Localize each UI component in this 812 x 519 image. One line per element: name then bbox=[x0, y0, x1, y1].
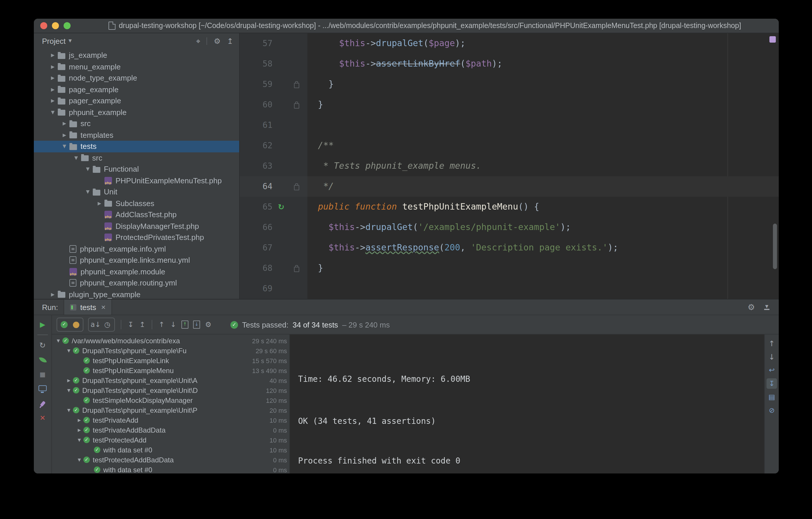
chevron-right-icon[interactable]: ▶ bbox=[75, 428, 83, 432]
test-tree-item[interactable]: ✓with data set #010 ms bbox=[52, 445, 289, 455]
locate-file-icon[interactable]: ⌖ bbox=[196, 37, 200, 45]
titlebar[interactable]: drupal-testing-workshop [~/Code/os/drupa… bbox=[34, 19, 779, 33]
next-occurrence-button[interactable]: ↓ bbox=[167, 319, 179, 330]
test-tree-item[interactable]: ▼✓/var/www/web/modules/contrib/exa29 s 2… bbox=[52, 336, 289, 346]
chevron-down-icon[interactable]: ▼ bbox=[65, 388, 73, 392]
console-output[interactable]: Time: 46.62 seconds, Memory: 6.00MBOK (3… bbox=[290, 334, 764, 473]
test-tree-item[interactable]: ✓testPhpUnitExampleMenu13 s 490 ms bbox=[52, 365, 289, 375]
chevron-right-icon[interactable]: ▶ bbox=[48, 76, 58, 81]
scroll-down-icon[interactable]: ↓ bbox=[766, 351, 777, 362]
code-line[interactable]: 67 $this->assertResponse(200, 'Descripti… bbox=[240, 238, 779, 258]
editor[interactable]: 57 $this->drupalGet($page);58 $this->ass… bbox=[240, 33, 779, 299]
hide-panel-icon[interactable]: ▼ bbox=[764, 304, 770, 310]
project-tree-item[interactable]: ▼Unit bbox=[34, 186, 239, 198]
test-tree-item[interactable]: ▼✓Drupal\Tests\phpunit_example\Unit\D120… bbox=[52, 385, 289, 395]
project-tree-item[interactable]: ▶pager_example bbox=[34, 95, 239, 107]
run-test-icon[interactable]: ↻ bbox=[272, 197, 290, 217]
project-tree-item[interactable]: ▶page_example bbox=[34, 84, 239, 95]
test-tree-item[interactable]: ✓testSimpleMockDisplayManager120 ms bbox=[52, 395, 289, 405]
show-ignored-toggle[interactable] bbox=[70, 319, 82, 330]
test-tree-item[interactable]: ▼✓testProtectedAddBadData0 ms bbox=[52, 455, 289, 465]
project-tree-item[interactable]: ▶js_example bbox=[34, 50, 239, 61]
chevron-right-icon[interactable]: ▶ bbox=[59, 133, 69, 138]
test-tree-item[interactable]: ✓testPhpUnitExampleLink15 s 570 ms bbox=[52, 356, 289, 365]
code-line[interactable]: 62 /** bbox=[240, 135, 779, 156]
close-icon[interactable]: ✕ bbox=[34, 412, 51, 425]
test-tree-item[interactable]: ▼✓Drupal\Tests\phpunit_example\Fu29 s 60… bbox=[52, 346, 289, 356]
chevron-right-icon[interactable]: ▶ bbox=[48, 64, 58, 70]
project-tree-item[interactable]: PHPUnitExampleMenuTest.php bbox=[34, 175, 239, 186]
chevron-down-icon[interactable]: ▼ bbox=[54, 338, 62, 343]
code-line[interactable]: 59 } bbox=[240, 74, 779, 94]
chevron-right-icon[interactable]: ▶ bbox=[59, 121, 69, 127]
chevron-right-icon[interactable]: ▶ bbox=[65, 378, 73, 383]
test-tree-item[interactable]: ▶✓testPrivateAdd10 ms bbox=[52, 415, 289, 425]
project-tree-item[interactable]: phpunit_example.links.menu.yml bbox=[34, 254, 239, 266]
project-tree-item[interactable]: ▼phpunit_example bbox=[34, 107, 239, 118]
project-tree-item[interactable]: phpunit_example.routing.yml bbox=[34, 277, 239, 289]
inspections-indicator[interactable] bbox=[770, 36, 776, 43]
export-test-results-button[interactable]: ↑ bbox=[179, 319, 191, 330]
code-line[interactable]: 65↻ public function testPhpUnitExampleMe… bbox=[240, 197, 779, 217]
editor-scrollbar[interactable] bbox=[773, 224, 777, 269]
project-tree-item[interactable]: ▼tests bbox=[34, 141, 239, 152]
scroll-to-end-icon[interactable]: ↧ bbox=[766, 378, 777, 389]
chevron-right-icon[interactable]: ▶ bbox=[48, 87, 58, 92]
project-tree-item[interactable]: ▶plugin_type_example bbox=[34, 289, 239, 299]
chevron-down-icon[interactable]: ▼ bbox=[83, 189, 93, 195]
import-test-results-button[interactable]: ↓ bbox=[191, 319, 202, 330]
test-tree-item[interactable]: ✓with data set #00 ms bbox=[52, 465, 289, 473]
test-tree-item[interactable]: ▶✓testPrivateAddBadData0 ms bbox=[52, 425, 289, 435]
zoom-window-button[interactable] bbox=[64, 22, 70, 29]
chevron-down-icon[interactable]: ▼ bbox=[65, 348, 73, 353]
show-passed-toggle[interactable]: ✓ bbox=[58, 319, 70, 330]
test-tree-item[interactable]: ▶✓Drupal\Tests\phpunit_example\Unit\A40 … bbox=[52, 375, 289, 385]
clear-all-icon[interactable]: ⊘ bbox=[766, 405, 777, 416]
project-tree-item[interactable]: ▼src bbox=[34, 152, 239, 163]
previous-occurrence-button[interactable]: ↑ bbox=[156, 319, 167, 330]
code-line[interactable]: 60 } bbox=[240, 94, 779, 115]
chevron-down-icon[interactable]: ▼ bbox=[83, 167, 93, 172]
run-button[interactable]: ▶ bbox=[34, 318, 51, 331]
chevron-right-icon[interactable]: ▶ bbox=[48, 99, 58, 104]
tab-tests[interactable]: tests ✕ bbox=[64, 300, 112, 315]
code-line[interactable]: 66 $this->drupalGet('/examples/phpunit-e… bbox=[240, 217, 779, 238]
print-icon[interactable]: ▤ bbox=[766, 392, 777, 402]
rerun-icon[interactable]: ↻ bbox=[34, 338, 51, 351]
collapse-all-icon[interactable]: ↥ bbox=[227, 37, 233, 45]
project-tree-item[interactable]: ▶node_type_example bbox=[34, 73, 239, 84]
code-line[interactable]: 57 $this->drupalGet($page); bbox=[240, 33, 779, 54]
stop-icon[interactable]: ■ bbox=[34, 368, 51, 381]
project-panel-title[interactable]: Project bbox=[42, 36, 66, 45]
chevron-right-icon[interactable]: ▶ bbox=[75, 418, 83, 422]
project-tree-item[interactable]: ▼Functional bbox=[34, 163, 239, 175]
chevron-down-icon[interactable]: ▼ bbox=[71, 155, 81, 161]
project-tree-item[interactable]: ▶Subclasses bbox=[34, 198, 239, 209]
project-tree-item[interactable]: phpunit_example.info.yml bbox=[34, 243, 239, 254]
code-line[interactable]: 69 bbox=[240, 278, 779, 299]
chevron-down-icon[interactable]: ▼ bbox=[75, 438, 83, 442]
chevron-down-icon[interactable]: ▼ bbox=[65, 408, 73, 412]
chevron-right-icon[interactable]: ▶ bbox=[48, 53, 58, 58]
minimize-window-button[interactable] bbox=[52, 22, 59, 29]
chevron-down-icon[interactable]: ▼ bbox=[68, 38, 72, 43]
gear-icon[interactable]: ⚙ bbox=[214, 37, 221, 45]
code-line[interactable]: 63 * Tests phpunit_example menus. bbox=[240, 156, 779, 176]
project-tree-item[interactable]: ▶src bbox=[34, 118, 239, 129]
scroll-up-icon[interactable]: ↑ bbox=[766, 338, 777, 349]
chevron-right-icon[interactable]: ▶ bbox=[48, 292, 58, 297]
project-tree-item[interactable]: DisplayManagerTest.php bbox=[34, 220, 239, 232]
chevron-down-icon[interactable]: ▼ bbox=[59, 144, 69, 149]
close-window-button[interactable] bbox=[40, 22, 47, 29]
project-tree-item[interactable]: ▶templates bbox=[34, 129, 239, 141]
fold-marker-icon[interactable] bbox=[294, 103, 299, 109]
chevron-right-icon[interactable]: ▶ bbox=[94, 201, 105, 206]
test-settings-button[interactable]: ⚙ bbox=[202, 319, 214, 330]
close-tab-icon[interactable]: ✕ bbox=[101, 304, 106, 310]
fold-marker-icon[interactable] bbox=[294, 185, 299, 190]
code-line[interactable]: 64 */ bbox=[240, 176, 779, 197]
gear-icon[interactable]: ⚙ bbox=[748, 303, 755, 311]
expand-all-button[interactable]: ↧ bbox=[125, 319, 137, 330]
chevron-down-icon[interactable]: ▼ bbox=[48, 110, 58, 115]
collapse-all-button[interactable]: ↥ bbox=[137, 319, 148, 330]
